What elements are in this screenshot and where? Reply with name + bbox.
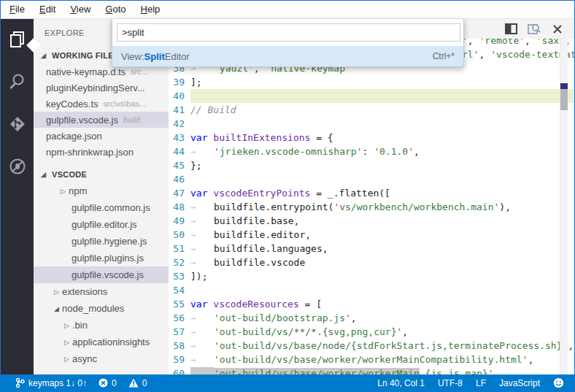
section-header[interactable]: ◢VSCODE [34,166,169,182]
line-content: ]); [190,269,574,283]
tree-item-label: applicationinsights [72,337,150,347]
line-number: 60 [169,366,190,374]
tree-item-label: pluginKeybindingServ... [46,82,145,93]
tab-arrow: → [190,353,214,367]
menu-item-help[interactable]: Help [134,1,168,18]
line-content: →buildfile.languages, [190,242,574,255]
line-content: var builtInExtensions = { [190,131,574,145]
tree-item-label: gulpfile.vscode.js [46,115,118,126]
code-line: 54 [169,283,574,297]
code-line: 46 [169,172,574,186]
code-line: 48→buildfile.entrypoint('vs/workbench/wo… [169,200,574,214]
line-content: →'out-build/vs/base/worker/workerMainCom… [190,353,574,366]
twistie-closed-icon: ▷ [64,356,72,363]
tree-item[interactable]: gulpfile.editor.js [34,216,169,233]
result-keybinding: Ctrl+* [433,51,455,61]
editor-scrollbar [560,39,568,374]
feedback-smiley-icon[interactable] [553,377,564,388]
warning-count[interactable]: 0 [128,378,147,388]
git-branch-status[interactable]: keymaps 1↓ 0↑ [15,377,87,388]
line-number: 48 [169,200,190,214]
close-icon[interactable] [551,23,564,36]
error-icon [99,378,108,388]
tree-item[interactable]: gulpfile.vscode.js [34,266,169,283]
encoding[interactable]: UTF-8 [438,378,463,388]
error-count[interactable]: 0 [99,378,117,388]
line-number: 43 [169,131,190,145]
code-line: 53]); [169,269,574,283]
tree-item[interactable]: gulpfile.plugins.js [34,250,169,266]
language-mode[interactable]: JavaScript [499,378,540,388]
tab-arrow: → [190,242,214,256]
menu-item-view[interactable]: View [63,1,98,18]
tree-item[interactable]: pluginKeybindingServ... [34,80,169,96]
line-number: 51 [169,242,190,255]
activity-item-debug[interactable] [7,156,28,177]
tree-item-label: npm [69,185,87,196]
section-label: VSCODE [52,170,87,179]
tree-item-label: npm-shrinkwrap.json [46,147,134,158]
code-line: 56→'out-build/bootstrap.js', [169,311,574,325]
tree-item[interactable]: ▷.bin [34,317,169,334]
activity-item-explorer[interactable] [7,29,28,50]
line-number: 55 [169,297,190,311]
status-label: LF [476,378,486,388]
activity-item-search[interactable] [7,72,28,92]
activity-bar [1,19,34,374]
code-line: 45}; [169,158,574,172]
line-number: 53 [169,269,190,283]
tab-arrow: → [190,215,214,228]
eol[interactable]: LF [476,378,486,388]
tree-item[interactable]: gulpfile.hygiene.js [34,233,169,250]
code-line: 44→'jrieken.vscode-omnisharp': '0.1.0', [169,145,574,158]
menu-item-edit[interactable]: Edit [32,1,63,18]
twistie-open-icon: ◢ [41,52,49,59]
tree-item[interactable]: ▷async [34,350,169,367]
tree-item[interactable]: gulpfile.vscode.jsbuild [34,112,169,128]
twistie-closed-icon: ▷ [64,322,72,329]
tab-arrow: → [190,312,214,326]
tree-item[interactable]: ▷applicationinsights [34,334,169,350]
tree-item[interactable]: gulpfile.common.js [34,199,169,216]
section-label: WORKING FILES [52,51,120,60]
tree-item[interactable]: ▷extensions [34,283,169,300]
tree-item-label: native-keymap.d.ts [46,66,126,77]
status-label: UTF-8 [438,378,463,388]
tab-arrow: → [190,326,214,339]
tree-item[interactable]: ▷npm [34,182,169,199]
tree-item-badge: src... [131,67,148,76]
line-content: // Build [190,103,574,117]
command-result-row[interactable]: View: Split Editor Ctrl+* [112,46,463,66]
status-label: 0 [142,378,147,388]
code-editor[interactable]: 36', 'remote', 'sax',37rl', 'vscode-text… [169,39,574,374]
tree-item-label: keyCodes.ts [46,99,99,109]
tree-item[interactable]: npm-shrinkwrap.json [34,144,169,160]
line-content: →buildfile.base, [190,214,574,228]
search-preview-icon[interactable] [528,23,541,36]
tree-item[interactable]: keyCodes.tssrc\vs\bas... [34,96,169,112]
twistie-closed-icon: ▷ [54,288,62,296]
clipped-fragment: ', 'remote', 'sax', [462,39,571,47]
split-editor-icon[interactable] [504,23,517,36]
code-line: 50→buildfile.editor, [169,228,574,242]
twistie-open-icon: ◢ [41,171,49,178]
line-number: 39 [169,75,190,89]
tab-arrow: → [190,201,214,215]
cursor-position[interactable]: Ln 40, Col 1 [377,378,425,388]
menu-item-goto[interactable]: Goto [98,1,133,18]
line-content: →'out-build/vs/base/worker/workerMain.{j… [190,366,574,374]
line-content: →'jrieken.vscode-omnisharp': '0.1.0', [190,145,574,158]
result-prefix: View: [121,51,144,62]
twistie-closed-icon: ▷ [64,339,72,346]
code-line: 59→'out-build/vs/base/worker/workerMainC… [169,353,574,366]
tree-item[interactable]: ◢node_modules [34,300,169,317]
menu-item-file[interactable]: File [2,1,32,18]
scrollbar-thumb[interactable] [560,83,568,110]
command-palette: View: Split Editor Ctrl+* [112,19,464,67]
command-input[interactable] [117,23,460,42]
activity-item-git[interactable] [7,114,28,134]
overview-ruler-mark [560,83,568,89]
tree-item[interactable]: package.json [34,128,169,144]
tree-item-label: async [72,353,97,364]
tree-item-label: gulpfile.plugins.js [72,253,144,264]
